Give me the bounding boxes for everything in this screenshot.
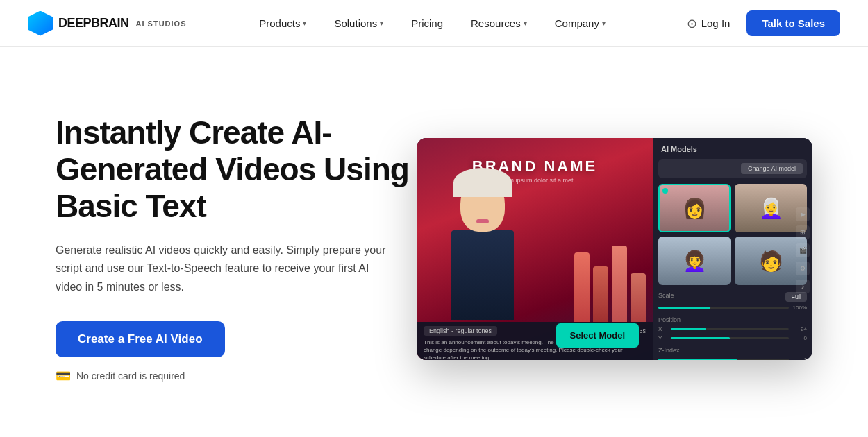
zindex-label: Z-Index	[658, 347, 807, 354]
panel-icon-5[interactable]: ♪	[796, 280, 810, 293]
brand-name: BRAND NAME	[417, 157, 653, 175]
hero-title: Instantly Create AI-Generated Videos Usi…	[56, 114, 417, 225]
lipstick-3	[612, 246, 627, 322]
x-slider[interactable]	[671, 328, 789, 330]
model-grid: 👩 👩‍🦳 👩‍🦱 🧑	[658, 184, 807, 285]
x-label: X	[658, 326, 667, 332]
y-slider-row: Y 0	[658, 335, 807, 341]
scale-value: 100%	[793, 305, 807, 311]
model-avatar-4: 🧑	[759, 250, 783, 273]
create-free-video-button[interactable]: Create a Free AI Video	[56, 321, 225, 357]
user-icon: ⊙	[687, 16, 697, 31]
logo-icon	[28, 11, 53, 36]
select-model-button[interactable]: Select Model	[556, 323, 639, 348]
nav-resources[interactable]: Resources ▾	[460, 12, 538, 35]
hero-mockup: BRAND NAME Lorem ipsum dolor sit a met	[417, 138, 819, 360]
x-fill	[671, 328, 706, 330]
model-avatar-3: 👩‍🦱	[683, 250, 707, 273]
model-avatar-1: 👩	[683, 197, 707, 220]
zindex-value: 1	[793, 357, 807, 360]
panel-icon-1[interactable]: ▶	[796, 207, 810, 221]
nav-actions: ⊙ Log In Talk to Sales	[678, 10, 840, 37]
chevron-down-icon: ▾	[602, 19, 606, 27]
panel-icon-3[interactable]: 🎬	[796, 243, 810, 257]
chevron-down-icon: ▾	[303, 19, 306, 27]
navbar: DEEPBRAIN AI STUDIOS Products ▾ Solution…	[0, 0, 868, 47]
scale-row: Scale Full	[658, 292, 807, 302]
zindex-slider[interactable]	[658, 359, 789, 360]
lipstick-1	[574, 252, 590, 322]
y-value: 0	[793, 335, 807, 341]
nav-company[interactable]: Company ▾	[544, 12, 617, 35]
ai-models-panel: AI Models Change AI model 👩 👩‍🦳 👩‍🦱	[653, 138, 812, 360]
scale-slider-fill	[658, 307, 710, 309]
product-screenshot: BRAND NAME Lorem ipsum dolor sit a met	[417, 138, 812, 360]
full-btn[interactable]: Full	[785, 292, 807, 302]
lipstick-2	[593, 266, 608, 322]
lipstick-4	[631, 273, 646, 322]
nav-products[interactable]: Products ▾	[248, 12, 317, 35]
logo-sub: AI STUDIOS	[136, 19, 187, 28]
x-value: 24	[793, 326, 807, 332]
scale-slider[interactable]	[658, 307, 789, 309]
talk-to-sales-button[interactable]: Talk to Sales	[746, 10, 840, 36]
y-fill	[671, 337, 730, 339]
nav-links: Products ▾ Solutions ▾ Pricing Resources…	[248, 12, 617, 35]
avatar-face	[460, 176, 505, 232]
hero-description: Generate realistic AI videos quickly and…	[56, 241, 389, 296]
chevron-down-icon: ▾	[380, 19, 383, 27]
ai-avatar	[437, 176, 528, 322]
y-label: Y	[658, 335, 667, 341]
position-section: Position X 24 Y 0	[658, 316, 807, 341]
lipsticks	[574, 232, 646, 322]
change-model-button[interactable]: Change AI model	[741, 163, 803, 174]
y-slider[interactable]	[671, 337, 789, 339]
scale-label: Scale	[658, 292, 674, 299]
x-slider-row: X 24	[658, 326, 807, 332]
avatar-body	[451, 230, 514, 320]
model-card-3[interactable]: 👩‍🦱	[658, 237, 731, 285]
zindex-fill	[658, 359, 737, 360]
video-panel: BRAND NAME Lorem ipsum dolor sit a met	[417, 138, 653, 360]
avatar-hair	[453, 168, 512, 197]
credit-card-icon: 💳	[56, 368, 71, 384]
zindex-section: Z-Index 1	[658, 347, 807, 360]
position-label: Position	[658, 316, 807, 323]
scale-slider-row: 100%	[658, 305, 807, 311]
panel-icon-2[interactable]: ⊞	[796, 225, 810, 239]
selected-indicator	[662, 188, 668, 194]
logo-brand: DEEPBRAIN	[58, 16, 129, 31]
model-card-1[interactable]: 👩	[658, 184, 731, 232]
zindex-slider-row: 1	[658, 357, 807, 360]
chevron-down-icon: ▾	[524, 19, 527, 27]
ai-models-header: AI Models	[658, 145, 807, 153]
hero-section: Instantly Create AI-Generated Videos Usi…	[0, 47, 868, 437]
side-icon-group: ▶ ⊞ 🎬 ⚙ ♪	[796, 207, 810, 293]
hero-left: Instantly Create AI-Generated Videos Usi…	[56, 114, 417, 384]
no-credit-card-notice: 💳 No credit card is required	[56, 368, 417, 384]
panel-icon-4[interactable]: ⚙	[796, 262, 810, 275]
model-avatar-2: 👩‍🦳	[759, 197, 783, 220]
avatar-lips	[476, 219, 489, 223]
nav-solutions[interactable]: Solutions ▾	[323, 12, 394, 35]
scale-section: Scale Full 100%	[658, 292, 807, 311]
login-button[interactable]: ⊙ Log In	[678, 10, 739, 37]
logo: DEEPBRAIN AI STUDIOS	[28, 11, 186, 36]
nav-pricing[interactable]: Pricing	[400, 12, 454, 35]
change-model-controls: Change AI model	[658, 159, 807, 178]
language-label: English - regular tones	[424, 326, 497, 336]
